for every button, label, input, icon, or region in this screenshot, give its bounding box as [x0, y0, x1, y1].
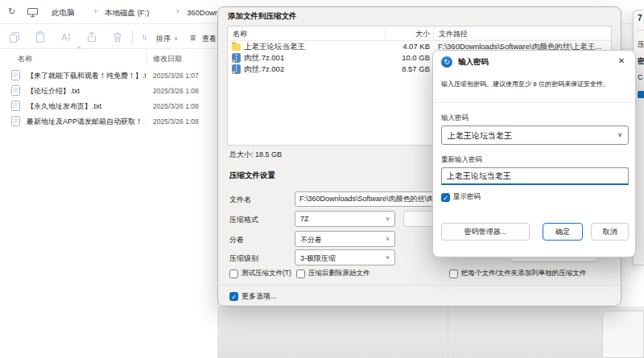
- archive-item-name: 肉丝.7z.002: [244, 64, 284, 75]
- format-label: 压缩格式: [229, 215, 258, 225]
- level-label: 压缩级别: [229, 253, 258, 264]
- list-item[interactable]: 最新地址及APP请发邮箱自动获取！！！ ... 2025/3/26 1:08: [0, 113, 216, 129]
- archive-item-name: 上老王论坛当老王: [244, 41, 305, 52]
- file-date: 2025/3/26 1:08: [153, 87, 199, 95]
- reenter-password-input[interactable]: [441, 167, 629, 185]
- copy-icon[interactable]: [8, 31, 21, 43]
- table-header-size[interactable]: 大小: [385, 27, 433, 40]
- sort-icon[interactable]: ↑↓: [142, 33, 146, 41]
- total-size-label: 总大小: 18.5 GB: [229, 150, 282, 160]
- checkbox-label: 压缩后删除原始文件: [308, 269, 370, 278]
- this-pc-icon: [27, 7, 39, 18]
- clipped-text: 密: [638, 56, 644, 67]
- delete-icon[interactable]: [111, 31, 124, 43]
- checkbox-unchecked[interactable]: [296, 270, 305, 278]
- breadcrumb-chevron-icon: ›: [176, 6, 179, 15]
- separate-archives-checkbox[interactable]: 把每个文件/文件夹添加到单独的压缩文件: [449, 269, 586, 278]
- breadcrumb-this-pc[interactable]: 此电脑: [52, 8, 75, 19]
- view-button[interactable]: 查看: [202, 34, 217, 44]
- app-logo-icon: ↻: [441, 56, 452, 68]
- checkbox-checked[interactable]: ✓: [441, 193, 450, 202]
- list-item[interactable]: 【永久地址发布页】.txt 2025/3/26 1:08: [0, 98, 216, 113]
- rename-icon[interactable]: [60, 31, 72, 43]
- column-divider[interactable]: [147, 52, 147, 64]
- list-item[interactable]: 【来了就能下载和观看！纯免费！】.txt 2025/3/26 1:07: [0, 68, 216, 83]
- test-archive-checkbox[interactable]: 测试压缩文件(T): [229, 269, 291, 278]
- folder-icon: [232, 43, 241, 51]
- archive-item-size: 4.07 KB: [385, 41, 433, 52]
- checkbox-label: 显示密码: [453, 192, 481, 202]
- view-icon[interactable]: ≡: [190, 32, 196, 43]
- table-header-path[interactable]: 文件路径: [433, 27, 611, 40]
- 7z-archive-icon: [232, 64, 241, 74]
- checkbox-unchecked[interactable]: [229, 270, 238, 278]
- clipped-text: 7: [638, 14, 642, 23]
- format-select[interactable]: 7Z ∨: [295, 211, 395, 227]
- list-item[interactable]: 【论坛介绍】.txt 2025/3/26 1:08: [0, 83, 216, 98]
- file-name: 最新地址及APP请发邮箱自动获取！！！ ...: [27, 117, 146, 127]
- more-options-checkbox[interactable]: ✓ 更多选项...: [229, 291, 277, 302]
- checkbox-label: 更多选项...: [242, 291, 277, 302]
- delete-original-checkbox[interactable]: 压缩后删除原始文件: [296, 269, 370, 278]
- ok-button[interactable]: 确定: [543, 223, 583, 241]
- chevron-down-icon: ∨: [386, 254, 390, 261]
- volume-label: 分卷: [229, 235, 244, 245]
- text-file-icon: [11, 101, 20, 111]
- filename-label: 文件名: [229, 195, 251, 205]
- archive-item-size: 10.0 GB: [385, 52, 433, 64]
- level-value: 3-极限压缩: [300, 253, 336, 264]
- cancel-button[interactable]: 取消: [591, 223, 629, 241]
- chevron-down-icon: ∨: [386, 216, 390, 222]
- checkbox-checked[interactable]: ✓: [229, 292, 238, 301]
- breadcrumb-local-disk-f[interactable]: 本地磁盘 (F:): [105, 8, 149, 19]
- window-edge: [448, 307, 448, 358]
- 7z-archive-icon: [232, 53, 241, 63]
- enter-password-dialog: ↻ 输入密码 ✕ 输入压缩包密码。建议使用至少 8 位的密码来保证安全性。 输入…: [432, 50, 636, 257]
- text-file-icon: [11, 116, 20, 126]
- close-icon[interactable]: ✕: [616, 56, 627, 65]
- file-date: 2025/3/26 1:08: [153, 102, 199, 110]
- column-header-date[interactable]: 修改日期: [153, 54, 182, 64]
- screen: ↻ 此电脑 › 本地磁盘 (F:) › 360Downloads: [0, 0, 644, 358]
- text-file-icon: [11, 85, 20, 96]
- password-manager-button[interactable]: 密码管理器...: [441, 223, 530, 241]
- background-window-corner: [602, 311, 644, 358]
- password-hint-text: 输入压缩包密码。建议使用至少 8 位的密码来保证安全性。: [441, 80, 609, 88]
- volume-value: 不分卷: [300, 235, 322, 245]
- text-file-icon: [11, 70, 20, 80]
- archive-item-size: 8.57 GB: [385, 64, 433, 75]
- checkbox-unchecked[interactable]: [449, 270, 458, 278]
- archive-item-name: 肉丝.7z.001: [244, 52, 284, 64]
- column-header-name[interactable]: 名称: [18, 54, 32, 64]
- archive-settings-title: 压缩文件设置: [229, 171, 275, 181]
- enter-password-label: 输入密码: [441, 113, 469, 123]
- level-select[interactable]: 3-极限压缩 ∨: [295, 249, 395, 265]
- toolbar-separator: [132, 31, 133, 43]
- breadcrumb-chevron-icon: ›: [94, 6, 97, 15]
- divider: [219, 285, 620, 286]
- paste-icon[interactable]: [34, 31, 47, 43]
- file-name: 【来了就能下载和观看！纯免费！】.txt: [27, 71, 146, 81]
- checkbox-label: 把每个文件/文件夹添加到单独的压缩文件: [461, 269, 586, 278]
- file-name: 【论坛介绍】.txt: [27, 86, 80, 97]
- sort-button[interactable]: 排序: [156, 34, 171, 44]
- volume-select[interactable]: 不分卷 ∨: [295, 231, 395, 247]
- clipped-text: 压: [638, 39, 644, 50]
- divider: [637, 30, 644, 31]
- dialog-title: 添加文件到压缩文件: [228, 11, 297, 22]
- dialog-title: 输入密码: [458, 57, 489, 68]
- file-date: 2025/3/26 1:07: [153, 72, 199, 80]
- chevron-down-icon: ∨: [386, 236, 390, 242]
- share-icon[interactable]: [85, 31, 98, 43]
- chevron-down-icon[interactable]: ∨: [617, 131, 622, 138]
- checkbox-label: 测试压缩文件(T): [242, 269, 291, 278]
- refresh-icon[interactable]: ↻: [8, 6, 15, 17]
- format-value: 7Z: [300, 215, 309, 223]
- show-password-checkbox[interactable]: ✓ 显示密码: [441, 192, 481, 202]
- password-combobox[interactable]: 上老王论坛当老王 ∨: [441, 126, 629, 145]
- column-sort-ascending-icon: ^: [77, 44, 80, 51]
- clipped-text: C: [638, 73, 643, 81]
- chevron-down-icon: ∨: [174, 35, 178, 42]
- table-header-name[interactable]: 名称: [228, 27, 385, 40]
- clipped-checkbox: [638, 91, 644, 98]
